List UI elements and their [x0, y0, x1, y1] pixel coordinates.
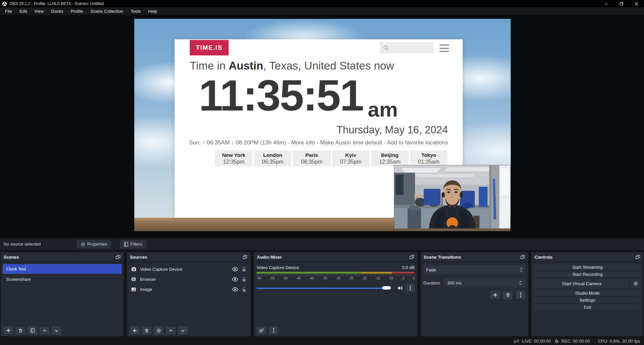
- city-card[interactable]: Beijing12:35am: [371, 150, 409, 166]
- scene-move-down-button[interactable]: [52, 327, 61, 335]
- city-card[interactable]: New York12:35pm: [215, 150, 252, 166]
- filters-button[interactable]: Filters: [120, 240, 146, 249]
- visibility-eye-icon[interactable]: [232, 287, 238, 292]
- spinbox-arrows-icon[interactable]: [519, 281, 522, 285]
- menu-profile[interactable]: Profile: [67, 7, 87, 15]
- remove-source-button[interactable]: [142, 327, 151, 335]
- image-icon: [131, 287, 136, 292]
- add-scene-button[interactable]: [3, 327, 13, 335]
- popout-icon[interactable]: [242, 255, 247, 259]
- source-item-image[interactable]: Image: [129, 284, 248, 294]
- source-toolbar: No source selected Properties Filters: [0, 238, 644, 250]
- obs-window: OBS 29.1.2 - Profile: LLHLS BETA - Scene…: [0, 0, 644, 345]
- restore-button[interactable]: [614, 0, 629, 7]
- timeis-logo[interactable]: TIME.IS: [190, 40, 229, 55]
- globe-icon: [131, 276, 136, 282]
- make-default-link[interactable]: Make Austin time default: [320, 139, 382, 146]
- popout-icon[interactable]: [409, 255, 414, 259]
- city-card[interactable]: Paris06:35pm: [293, 150, 330, 166]
- mixer-channel-menu-button[interactable]: [406, 284, 415, 292]
- city-card[interactable]: Tokyo01:35am: [410, 150, 448, 166]
- menu-tools[interactable]: Tools: [127, 7, 144, 15]
- virtual-camera-settings-button[interactable]: [631, 279, 641, 289]
- gear-icon: [633, 281, 638, 286]
- hamburger-menu-icon[interactable]: [440, 44, 449, 52]
- city-card[interactable]: London05:35pm: [254, 150, 291, 166]
- advanced-audio-button[interactable]: [257, 327, 266, 335]
- cpu-status: CPU: 0.6%, 30.00 fps: [598, 339, 640, 344]
- lock-icon[interactable]: [242, 267, 246, 272]
- menu-bar: File Edit View Docks Profile Scene Colle…: [0, 7, 644, 15]
- current-date: Thursday, May 16, 2024: [336, 124, 448, 136]
- duration-spinbox[interactable]: 300 ms: [444, 278, 525, 288]
- gear-icon: [81, 242, 85, 247]
- webcam-video-source[interactable]: [394, 165, 510, 231]
- add-transition-button[interactable]: [490, 291, 500, 299]
- camera-icon: [131, 266, 137, 272]
- studio-mode-button[interactable]: Studio Mode: [534, 291, 641, 296]
- program-canvas[interactable]: TIME.IS Time in Austin, Texas, United St…: [134, 19, 511, 231]
- scene-item-screenshare[interactable]: Screenshare: [3, 274, 122, 284]
- visibility-eye-icon[interactable]: [232, 267, 238, 271]
- menu-help[interactable]: Help: [144, 7, 161, 15]
- source-status-text: No source selected: [3, 242, 77, 247]
- mixer-channel-level: 0.0 dB: [402, 265, 415, 270]
- transition-menu-button[interactable]: [516, 291, 525, 299]
- start-streaming-button[interactable]: Start Streaming: [534, 265, 641, 270]
- start-recording-button[interactable]: Start Recording: [534, 272, 641, 277]
- lock-icon[interactable]: [242, 287, 246, 292]
- clock-ampm: am: [368, 99, 398, 123]
- speaker-icon[interactable]: [397, 286, 403, 291]
- world-cities-row: New York12:35pm London05:35pm Paris06:35…: [215, 150, 448, 166]
- menu-scene-collection[interactable]: Scene Collection: [87, 7, 127, 15]
- menu-docks[interactable]: Docks: [47, 7, 67, 15]
- scene-transitions-title: Scene Transitions: [424, 255, 461, 260]
- search-input[interactable]: [380, 42, 433, 53]
- clock-time: 11:35:51: [199, 68, 363, 123]
- start-virtual-camera-button[interactable]: Start Virtual Camera: [534, 279, 629, 289]
- source-properties-button[interactable]: [154, 327, 164, 335]
- add-favorite-link[interactable]: Add to favorite locations: [387, 139, 448, 146]
- plus-icon: [6, 328, 11, 333]
- double-gear-icon: [259, 328, 264, 333]
- preview-area: TIME.IS Time in Austin, Texas, United St…: [0, 15, 644, 238]
- menu-file[interactable]: File: [1, 7, 16, 15]
- clock-display: 11:35:51 am: [199, 68, 398, 123]
- mixer-menu-button[interactable]: [269, 327, 278, 335]
- scene-filters-button[interactable]: [28, 327, 37, 335]
- popout-icon[interactable]: [520, 255, 525, 259]
- minimize-button[interactable]: [599, 0, 614, 7]
- kebab-menu-icon: [273, 328, 274, 333]
- source-item-browser[interactable]: Browser: [129, 274, 248, 284]
- menu-view[interactable]: View: [31, 7, 47, 15]
- popout-icon[interactable]: [116, 255, 121, 259]
- remove-transition-button[interactable]: [503, 291, 513, 299]
- rec-status: REC: 00:00:00: [554, 339, 590, 344]
- more-info-link[interactable]: More info: [291, 139, 315, 146]
- scene-item-clock-test[interactable]: Clock Test: [3, 264, 122, 274]
- controls-panel: Controls Start Streaming Start Recording…: [531, 252, 644, 337]
- mixer-channel-name: Video Capture Device: [257, 265, 299, 270]
- city-card[interactable]: Kyiv07:35pm: [332, 150, 370, 166]
- volume-slider-handle[interactable]: [382, 286, 391, 290]
- volume-slider[interactable]: [257, 286, 394, 290]
- meter-ruler: [257, 275, 415, 276]
- transition-select[interactable]: Fade: [423, 265, 525, 274]
- controls-title: Controls: [535, 255, 552, 260]
- close-button[interactable]: [629, 0, 644, 7]
- remove-scene-button[interactable]: [15, 327, 25, 335]
- exit-button[interactable]: Exit: [534, 305, 641, 310]
- settings-button[interactable]: Settings: [534, 298, 641, 303]
- menu-edit[interactable]: Edit: [16, 7, 31, 15]
- visibility-eye-icon[interactable]: [232, 277, 238, 282]
- properties-button[interactable]: Properties: [77, 240, 111, 249]
- scene-move-up-button[interactable]: [40, 327, 49, 335]
- source-item-video-capture[interactable]: Video Capture Device: [129, 264, 248, 274]
- lock-icon[interactable]: [242, 277, 246, 282]
- source-move-down-button[interactable]: [178, 327, 188, 335]
- volume-meter: [257, 272, 415, 274]
- source-move-up-button[interactable]: [166, 327, 176, 335]
- popout-icon[interactable]: [635, 255, 640, 259]
- chevron-down-icon: [181, 329, 185, 333]
- add-source-button[interactable]: [130, 327, 139, 335]
